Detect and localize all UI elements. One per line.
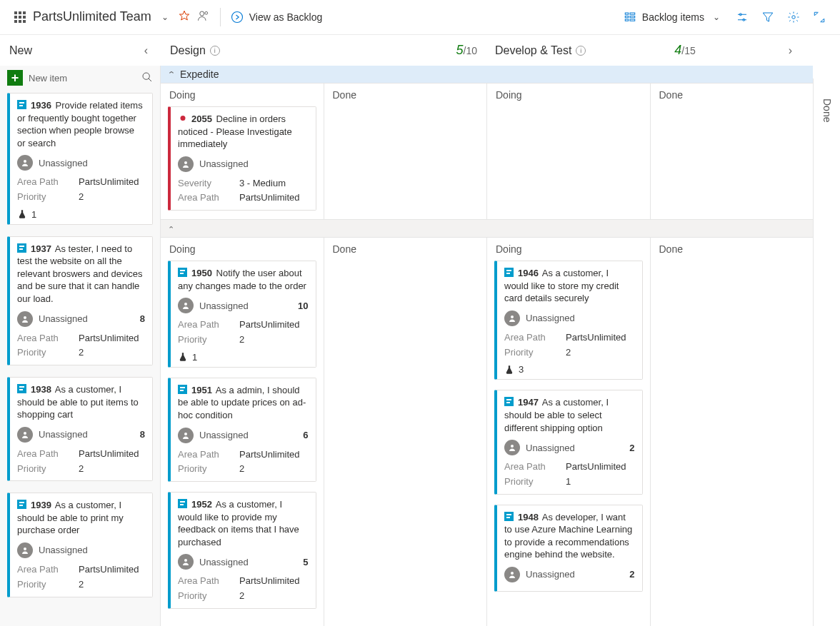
new-item-label[interactable]: New item xyxy=(29,73,67,84)
effort-value: 10 xyxy=(298,301,308,311)
settings-sliders-icon[interactable] xyxy=(736,11,749,24)
chevron-up-icon[interactable]: ⌃ xyxy=(167,70,176,79)
swimlane-expedite-header[interactable]: ⌃ Expedite xyxy=(161,66,813,84)
effort-value: 6 xyxy=(303,430,308,440)
view-as-backlog-button[interactable]: View as Backlog xyxy=(231,11,322,24)
bug-icon xyxy=(178,113,187,123)
new-item-row: + New item xyxy=(7,70,153,86)
test-flask-count: 1 xyxy=(17,209,145,220)
add-item-button[interactable]: + xyxy=(7,70,23,86)
favorite-star-icon[interactable] xyxy=(179,10,190,24)
svg-rect-7 xyxy=(19,20,21,23)
search-icon[interactable] xyxy=(141,71,153,85)
svg-point-33 xyxy=(184,303,187,306)
svg-point-24 xyxy=(792,15,796,19)
kanban-board: + New item 1936 Provide related items or… xyxy=(0,66,813,626)
assignee-row[interactable]: Unassigned xyxy=(17,542,145,558)
svg-point-32 xyxy=(184,161,187,164)
svg-rect-5 xyxy=(23,16,26,19)
gear-icon[interactable] xyxy=(787,11,800,24)
svg-rect-15 xyxy=(625,19,629,21)
assignee-row[interactable]: Unassigned8 xyxy=(17,311,145,327)
test-flask-count: 1 xyxy=(178,352,309,363)
assignee-row[interactable]: Unassigned5 xyxy=(178,554,309,570)
avatar-icon xyxy=(178,298,194,313)
chevron-up-icon[interactable]: ⌃ xyxy=(168,225,174,233)
svg-marker-23 xyxy=(763,13,773,21)
avatar-icon xyxy=(178,156,194,172)
work-item-card[interactable]: 1947 As a customer, I should be able to … xyxy=(494,390,643,494)
card-title: 1952 As a customer, I would like to prov… xyxy=(178,498,309,548)
svg-rect-2 xyxy=(23,11,26,14)
swimlane-default-header[interactable]: ⌃ xyxy=(161,219,813,238)
work-item-card[interactable]: 1936 Provide related items or frequently… xyxy=(7,93,153,225)
scroll-right-icon[interactable]: › xyxy=(784,44,796,57)
pbi-icon xyxy=(17,243,26,253)
swimlane-expedite-body: Doing 2055 Decline in orders noticed - P… xyxy=(161,84,813,219)
svg-point-12 xyxy=(231,11,242,22)
work-item-card[interactable]: 1946 As a customer, I would like to stor… xyxy=(494,261,643,380)
avatar-icon xyxy=(17,155,33,171)
work-item-card[interactable]: 1950 Notify the user about any changes m… xyxy=(168,261,316,368)
work-item-card[interactable]: 2055 Decline in orders noticed - Please … xyxy=(168,106,316,211)
view-as-backlog-label: View as Backlog xyxy=(249,11,322,23)
work-item-card[interactable]: 1937 As tester, I need to test the websi… xyxy=(7,236,153,365)
separator xyxy=(220,8,221,26)
pbi-icon xyxy=(17,500,26,509)
assignee-row[interactable]: Unassigned xyxy=(504,311,635,326)
work-item-card[interactable]: 1951 As a admin, I should be able to upd… xyxy=(168,378,316,482)
collapse-left-icon[interactable]: ‹ xyxy=(140,44,152,57)
info-icon[interactable]: i xyxy=(576,46,586,56)
effort-value: 2 xyxy=(629,443,634,453)
effort-value: 8 xyxy=(140,313,145,324)
info-icon[interactable]: i xyxy=(210,46,220,56)
svg-rect-1 xyxy=(19,11,21,14)
pbi-icon xyxy=(178,268,187,277)
header-actions: Backlog items ⌄ xyxy=(624,11,826,24)
assignee-row[interactable]: Unassigned10 xyxy=(178,298,309,313)
avatar-icon xyxy=(17,542,33,558)
work-item-card[interactable]: 1948 As developer, I want to use Azure M… xyxy=(494,505,643,592)
team-selector[interactable]: PartsUnlimited Team ⌄ xyxy=(14,9,210,24)
svg-rect-4 xyxy=(19,16,21,19)
subcolumn-doing-label: Doing xyxy=(161,238,324,261)
work-item-card[interactable]: 1952 As a customer, I would like to prov… xyxy=(168,492,316,609)
work-item-card[interactable]: 1938 As a customer, I should be able to … xyxy=(7,377,153,481)
card-title: 1939 As a customer, I should be able to … xyxy=(17,499,145,537)
done-column-collapsed[interactable]: Done xyxy=(813,79,840,626)
assignee-row[interactable]: Unassigned6 xyxy=(178,428,309,443)
svg-point-30 xyxy=(24,547,26,550)
card-title: 1946 As a customer, I would like to stor… xyxy=(504,267,635,305)
team-name: PartsUnlimited Team xyxy=(33,9,151,24)
avatar-icon xyxy=(178,428,194,443)
assignee-row[interactable]: Unassigned2 xyxy=(504,567,635,582)
assignee-row[interactable]: Unassigned xyxy=(178,156,309,172)
fullscreen-icon[interactable] xyxy=(813,11,826,24)
assignee-row[interactable]: Unassigned8 xyxy=(17,427,145,443)
backlog-level-selector[interactable]: Backlog items ⌄ xyxy=(624,11,723,24)
svg-rect-6 xyxy=(14,20,17,23)
wip-counter: 4/15 xyxy=(674,43,695,58)
card-title: 1938 As a customer, I should be able to … xyxy=(17,383,145,421)
arrow-circle-icon xyxy=(231,11,244,24)
svg-point-35 xyxy=(184,559,187,562)
team-members-icon[interactable] xyxy=(197,9,210,24)
svg-point-37 xyxy=(511,445,514,448)
assignee-row[interactable]: Unassigned xyxy=(17,155,145,171)
svg-point-36 xyxy=(511,315,514,318)
chevron-down-icon: ⌄ xyxy=(159,12,171,22)
avatar-icon xyxy=(17,427,33,443)
svg-point-31 xyxy=(181,116,186,121)
avatar-icon xyxy=(504,440,520,455)
backlog-level-label: Backlog items xyxy=(642,11,704,23)
subcolumn-doing-label: Doing xyxy=(487,84,650,106)
filter-icon[interactable] xyxy=(761,11,774,24)
team-grid-icon xyxy=(14,11,26,23)
assignee-row[interactable]: Unassigned2 xyxy=(504,440,635,455)
wip-counter: 5/10 xyxy=(456,43,477,58)
column-header-develop: Develop & Test i 4/15 › xyxy=(486,35,811,66)
subcolumn-doing-label: Doing xyxy=(487,238,650,261)
avatar-icon xyxy=(178,554,194,570)
svg-point-25 xyxy=(143,73,149,79)
work-item-card[interactable]: 1939 As a customer, I should be able to … xyxy=(7,493,153,597)
